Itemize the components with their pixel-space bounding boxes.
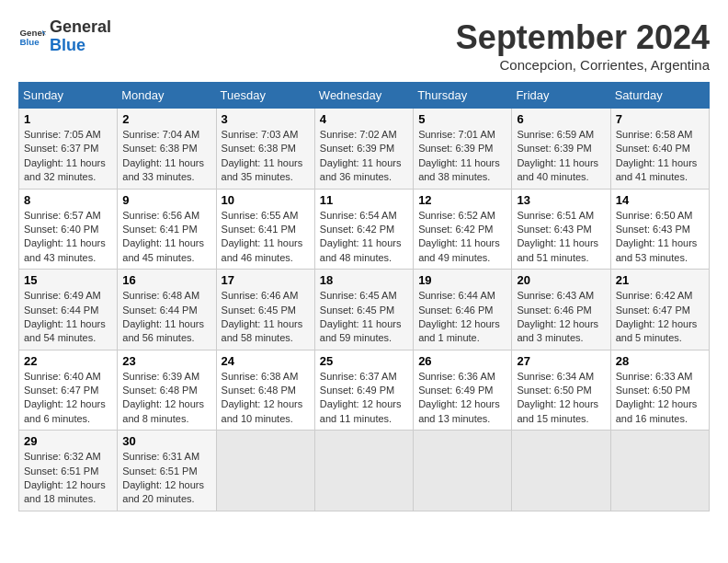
- calendar-cell: [512, 431, 610, 511]
- calendar-cell: 15Sunrise: 6:49 AMSunset: 6:44 PMDayligh…: [19, 270, 118, 350]
- calendar-cell: 30Sunrise: 6:31 AMSunset: 6:51 PMDayligh…: [118, 431, 216, 511]
- day-number: 6: [517, 112, 605, 126]
- calendar-cell: 4Sunrise: 7:02 AMSunset: 6:39 PMDaylight…: [314, 109, 413, 190]
- calendar-cell: 5Sunrise: 7:01 AMSunset: 6:39 PMDaylight…: [414, 109, 512, 190]
- day-number: 18: [320, 273, 408, 287]
- calendar-cell: 29Sunrise: 6:32 AMSunset: 6:51 PMDayligh…: [19, 431, 118, 511]
- day-info: Sunrise: 6:38 AMSunset: 6:48 PMDaylight:…: [222, 370, 310, 427]
- day-info: Sunrise: 6:45 AMSunset: 6:45 PMDaylight:…: [320, 289, 408, 346]
- day-info: Sunrise: 6:50 AMSunset: 6:43 PMDaylight:…: [616, 209, 704, 266]
- day-info: Sunrise: 6:43 AMSunset: 6:46 PMDaylight:…: [517, 289, 605, 346]
- day-info: Sunrise: 6:52 AMSunset: 6:42 PMDaylight:…: [418, 209, 506, 266]
- location-subtitle: Concepcion, Corrientes, Argentina: [456, 57, 710, 73]
- day-number: 29: [24, 434, 112, 448]
- day-info: Sunrise: 6:36 AMSunset: 6:49 PMDaylight:…: [418, 370, 506, 427]
- day-number: 8: [24, 193, 112, 207]
- day-info: Sunrise: 6:49 AMSunset: 6:44 PMDaylight:…: [24, 289, 112, 346]
- day-number: 21: [616, 273, 704, 287]
- day-info: Sunrise: 6:31 AMSunset: 6:51 PMDaylight:…: [122, 450, 210, 507]
- day-number: 15: [24, 273, 112, 287]
- day-info: Sunrise: 6:57 AMSunset: 6:40 PMDaylight:…: [24, 209, 112, 266]
- day-number: 20: [517, 273, 605, 287]
- calendar-cell: 21Sunrise: 6:42 AMSunset: 6:47 PMDayligh…: [610, 270, 709, 350]
- day-info: Sunrise: 6:48 AMSunset: 6:44 PMDaylight:…: [122, 289, 210, 346]
- calendar-cell: [610, 431, 709, 511]
- general-blue-logo: General Blue: [18, 23, 46, 51]
- day-number: 13: [517, 193, 605, 207]
- day-number: 19: [418, 273, 506, 287]
- calendar-cell: 1Sunrise: 7:05 AMSunset: 6:37 PMDaylight…: [19, 109, 118, 190]
- calendar-cell: 2Sunrise: 7:04 AMSunset: 6:38 PMDaylight…: [118, 109, 216, 190]
- weekday-header: Tuesday: [216, 83, 314, 109]
- day-number: 14: [616, 193, 704, 207]
- svg-text:General: General: [20, 27, 47, 37]
- calendar-cell: [216, 431, 314, 511]
- day-number: 9: [122, 193, 210, 207]
- day-number: 27: [517, 354, 605, 368]
- day-info: Sunrise: 6:33 AMSunset: 6:50 PMDaylight:…: [616, 370, 704, 427]
- day-info: Sunrise: 6:39 AMSunset: 6:48 PMDaylight:…: [122, 370, 210, 427]
- day-info: Sunrise: 7:02 AMSunset: 6:39 PMDaylight:…: [320, 128, 408, 185]
- calendar-cell: 27Sunrise: 6:34 AMSunset: 6:50 PMDayligh…: [512, 350, 610, 431]
- day-info: Sunrise: 6:32 AMSunset: 6:51 PMDaylight:…: [24, 450, 112, 507]
- day-number: 26: [418, 354, 506, 368]
- day-info: Sunrise: 6:56 AMSunset: 6:41 PMDaylight:…: [122, 209, 210, 266]
- day-info: Sunrise: 6:58 AMSunset: 6:40 PMDaylight:…: [616, 128, 704, 185]
- day-info: Sunrise: 6:37 AMSunset: 6:49 PMDaylight:…: [320, 370, 408, 427]
- svg-text:Blue: Blue: [20, 37, 40, 47]
- day-number: 11: [320, 193, 408, 207]
- day-info: Sunrise: 6:46 AMSunset: 6:45 PMDaylight:…: [222, 289, 310, 346]
- day-number: 24: [222, 354, 310, 368]
- day-number: 28: [616, 354, 704, 368]
- day-info: Sunrise: 6:34 AMSunset: 6:50 PMDaylight:…: [517, 370, 605, 427]
- calendar-cell: [314, 431, 413, 511]
- calendar-cell: 28Sunrise: 6:33 AMSunset: 6:50 PMDayligh…: [610, 350, 709, 431]
- day-number: 3: [222, 112, 310, 126]
- day-info: Sunrise: 6:42 AMSunset: 6:47 PMDaylight:…: [616, 289, 704, 346]
- calendar-cell: 8Sunrise: 6:57 AMSunset: 6:40 PMDaylight…: [19, 189, 118, 270]
- day-number: 17: [222, 273, 310, 287]
- day-number: 16: [122, 273, 210, 287]
- calendar-cell: 7Sunrise: 6:58 AMSunset: 6:40 PMDaylight…: [610, 109, 709, 190]
- calendar-cell: 14Sunrise: 6:50 AMSunset: 6:43 PMDayligh…: [610, 189, 709, 270]
- calendar-cell: 9Sunrise: 6:56 AMSunset: 6:41 PMDaylight…: [118, 189, 216, 270]
- calendar-cell: 24Sunrise: 6:38 AMSunset: 6:48 PMDayligh…: [216, 350, 314, 431]
- calendar-cell: 12Sunrise: 6:52 AMSunset: 6:42 PMDayligh…: [414, 189, 512, 270]
- calendar-cell: 6Sunrise: 6:59 AMSunset: 6:39 PMDaylight…: [512, 109, 610, 190]
- day-info: Sunrise: 6:51 AMSunset: 6:43 PMDaylight:…: [517, 209, 605, 266]
- day-number: 2: [122, 112, 210, 126]
- day-number: 4: [320, 112, 408, 126]
- day-info: Sunrise: 6:54 AMSunset: 6:42 PMDaylight:…: [320, 209, 408, 266]
- weekday-header: Saturday: [610, 83, 709, 109]
- day-info: Sunrise: 6:40 AMSunset: 6:47 PMDaylight:…: [24, 370, 112, 427]
- day-info: Sunrise: 6:44 AMSunset: 6:46 PMDaylight:…: [418, 289, 506, 346]
- calendar-cell: 23Sunrise: 6:39 AMSunset: 6:48 PMDayligh…: [118, 350, 216, 431]
- day-number: 1: [24, 112, 112, 126]
- weekday-header: Thursday: [414, 83, 512, 109]
- calendar-cell: 11Sunrise: 6:54 AMSunset: 6:42 PMDayligh…: [314, 189, 413, 270]
- calendar-cell: 26Sunrise: 6:36 AMSunset: 6:49 PMDayligh…: [414, 350, 512, 431]
- day-number: 10: [222, 193, 310, 207]
- day-number: 30: [122, 434, 210, 448]
- day-number: 12: [418, 193, 506, 207]
- day-info: Sunrise: 6:59 AMSunset: 6:39 PMDaylight:…: [517, 128, 605, 185]
- day-info: Sunrise: 6:55 AMSunset: 6:41 PMDaylight:…: [222, 209, 310, 266]
- day-info: Sunrise: 7:05 AMSunset: 6:37 PMDaylight:…: [24, 128, 112, 185]
- day-number: 25: [320, 354, 408, 368]
- day-number: 23: [122, 354, 210, 368]
- weekday-header: Monday: [118, 83, 216, 109]
- logo-blue: Blue: [50, 36, 85, 54]
- calendar-cell: 3Sunrise: 7:03 AMSunset: 6:38 PMDaylight…: [216, 109, 314, 190]
- day-info: Sunrise: 7:04 AMSunset: 6:38 PMDaylight:…: [122, 128, 210, 185]
- day-number: 7: [616, 112, 704, 126]
- weekday-header: Sunday: [19, 83, 118, 109]
- calendar-table: SundayMondayTuesdayWednesdayThursdayFrid…: [18, 82, 710, 511]
- page-title: September 2024: [456, 18, 710, 57]
- weekday-header: Friday: [512, 83, 610, 109]
- calendar-cell: 10Sunrise: 6:55 AMSunset: 6:41 PMDayligh…: [216, 189, 314, 270]
- logo-general: General: [50, 17, 111, 36]
- day-info: Sunrise: 7:01 AMSunset: 6:39 PMDaylight:…: [418, 128, 506, 185]
- calendar-cell: [414, 431, 512, 511]
- weekday-header: Wednesday: [314, 83, 413, 109]
- day-number: 22: [24, 354, 112, 368]
